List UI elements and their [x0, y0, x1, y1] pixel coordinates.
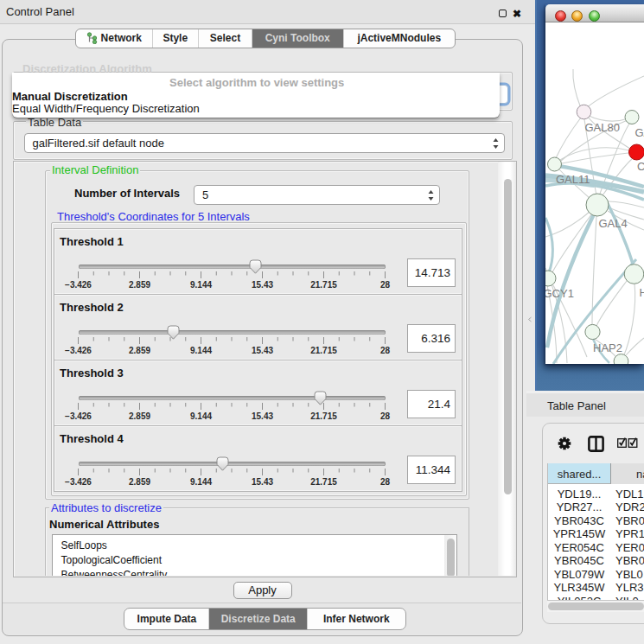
svg-text:GAL4: GAL4 — [599, 217, 628, 230]
svg-text:GA: GA — [635, 126, 644, 139]
svg-text:GCY1: GCY1 — [545, 287, 574, 300]
svg-text:GAL80: GAL80 — [585, 121, 620, 134]
svg-text:GAL11: GAL11 — [556, 173, 590, 186]
svg-text:H: H — [640, 286, 644, 299]
svg-text:HAP2: HAP2 — [593, 341, 622, 354]
svg-text:C: C — [637, 160, 644, 173]
